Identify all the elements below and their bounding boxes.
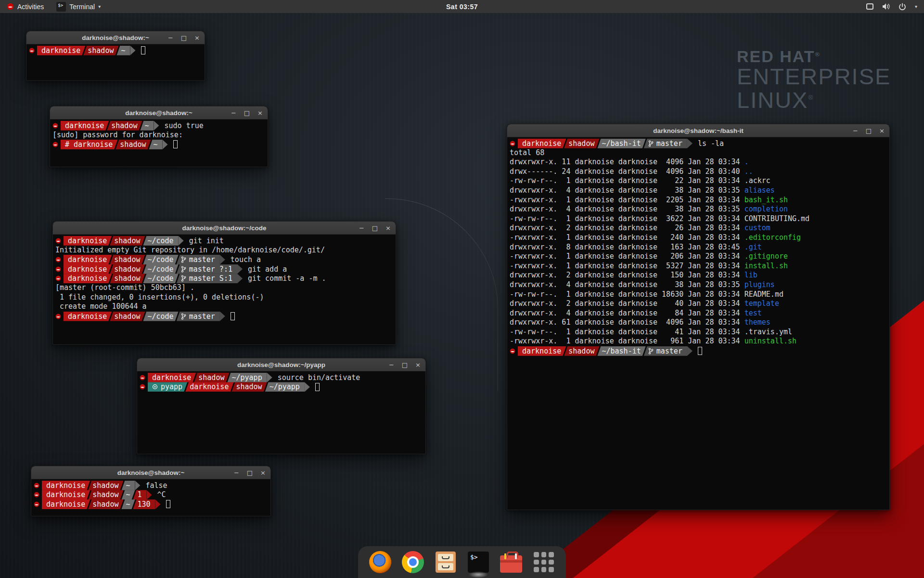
power-icon[interactable] — [898, 2, 907, 11]
maximize-button[interactable]: □ — [866, 128, 872, 134]
minimize-button[interactable]: − — [234, 470, 239, 476]
prompt-segment-host: shadow — [194, 373, 229, 382]
window-titlebar[interactable]: darknoise@shadow:~ − □ × — [26, 31, 205, 44]
terminal-content[interactable]: darknoiseshadow~sudo true[sudo] password… — [50, 119, 268, 151]
minimize-button[interactable]: − — [853, 128, 858, 134]
terminal-window[interactable]: darknoise@shadow:~/code − □ × darknoises… — [52, 221, 396, 345]
maximize-button[interactable]: □ — [181, 35, 187, 41]
file-list-row: -rwxrwxr-x. 1 darknoise darknoise 961 Ja… — [510, 337, 887, 346]
prompt-segment-path: ~/pyapp — [265, 382, 305, 392]
prompt-segment-user: darknoise — [518, 139, 566, 148]
window-titlebar[interactable]: darknoise@shadow:~ − □ × — [50, 106, 268, 119]
chevron-down-icon[interactable]: ▾ — [915, 4, 917, 9]
minimize-button[interactable]: − — [168, 35, 173, 41]
terminal-window[interactable]: darknoise@shadow:~ − □ × darknoiseshadow… — [50, 106, 268, 167]
close-button[interactable]: × — [194, 35, 200, 41]
close-button[interactable]: × — [260, 470, 266, 476]
terminal-output-line: [master (root-commit) 50bcb63] . — [55, 283, 393, 293]
prompt-segment-path: ~ — [116, 46, 130, 55]
redhat-prompt-icon — [140, 375, 148, 381]
terminal-icon: $> — [468, 552, 489, 573]
prompt-segment-path: ~ — [121, 490, 135, 499]
dock-item-app-grid[interactable] — [532, 551, 555, 574]
terminal-content[interactable]: darknoiseshadow~/bash-itmasterls -latota… — [507, 137, 889, 357]
prompt-segment-path: ~/code — [143, 312, 178, 321]
terminal-content[interactable]: darknoiseshadow~falsedarknoiseshadow~1^C… — [31, 479, 270, 511]
close-button[interactable]: × — [879, 128, 885, 134]
activities-button[interactable]: Activities — [0, 0, 51, 13]
command-text: git add a — [243, 265, 287, 274]
dock-item-firefox[interactable] — [369, 551, 392, 574]
terminal-content[interactable]: darknoiseshadow~/codegit initInitialized… — [53, 235, 396, 322]
command-text: git commit -a -m . — [243, 274, 326, 283]
window-titlebar[interactable]: darknoise@shadow:~/bash-it − □ × — [507, 124, 889, 137]
git-branch-icon — [648, 140, 654, 147]
prompt-arrow-icon — [135, 481, 141, 490]
dock-item-files[interactable] — [434, 551, 457, 574]
prompt-segment-host: shadow — [564, 346, 599, 356]
prompt-segment-text: shadow — [114, 236, 140, 245]
prompt-segment-user: darknoise — [42, 490, 90, 499]
prompt-segment-host: shadow — [107, 121, 142, 131]
screen-share-icon[interactable] — [866, 2, 874, 11]
command-text: sudo true — [159, 121, 204, 130]
prompt-segment-host: shadow — [110, 255, 145, 264]
prompt-line: darknoiseshadow~/pyappsource bin/activat… — [140, 373, 423, 382]
terminal-content[interactable]: darknoiseshadow~/pyappsource bin/activat… — [137, 371, 425, 393]
dock-item-chrome[interactable] — [401, 551, 424, 574]
activities-label: Activities — [17, 3, 44, 11]
dock-item-toolbox[interactable] — [500, 551, 523, 574]
window-titlebar[interactable]: darknoise@shadow:~ − □ × — [31, 466, 270, 479]
file-meta: drwxrwxr-x. 4 darknoise darknoise 84 Jan… — [510, 309, 744, 317]
close-button[interactable]: × — [257, 110, 263, 116]
prompt-segment-text: master — [656, 347, 682, 355]
close-button[interactable]: × — [385, 225, 391, 231]
window-titlebar[interactable]: darknoise@shadow:~/pyapp − □ × — [137, 358, 425, 371]
prompt-segment-git: master — [177, 255, 220, 264]
volume-icon[interactable] — [882, 2, 890, 11]
terminal-window[interactable]: darknoise@shadow:~/bash-it − □ × darknoi… — [507, 124, 890, 510]
file-name: CONTRIBUTING.md — [744, 214, 809, 223]
minimize-button[interactable]: − — [359, 225, 364, 231]
registered-mark: ® — [815, 51, 821, 58]
prompt-arrow-icon — [147, 490, 152, 499]
app-menu-terminal[interactable]: $> Terminal ▾ — [51, 0, 106, 13]
terminal-window[interactable]: darknoise@shadow:~/pyapp − □ × darknoise… — [137, 358, 426, 454]
close-button[interactable]: × — [415, 362, 421, 368]
prompt-segment-text: ~/pyapp — [270, 382, 300, 391]
maximize-button[interactable]: □ — [402, 362, 408, 368]
prompt-segment-text: ~/code — [147, 236, 173, 245]
minimize-button[interactable]: − — [231, 110, 236, 116]
file-meta: drwxrwxr-x. 4 darknoise darknoise 38 Jan… — [510, 205, 744, 213]
maximize-button[interactable]: □ — [372, 225, 378, 231]
prompt-segment-text: shadow — [114, 312, 140, 321]
prompt-arrow-icon — [237, 274, 243, 283]
prompt-segment-text: darknoise — [152, 373, 191, 382]
window-titlebar[interactable]: darknoise@shadow:~/code − □ × — [53, 222, 396, 235]
maximize-button[interactable]: □ — [247, 470, 253, 476]
prompt-line: darknoiseshadow~1^C — [34, 490, 268, 500]
file-name: completion — [744, 205, 788, 213]
prompt-line: darknoiseshadow~false — [34, 481, 268, 490]
terminal-output-line: create mode 100644 a — [55, 302, 393, 312]
firefox-icon — [369, 551, 391, 573]
prompt-segment-text: master — [656, 139, 682, 148]
file-meta: -rwxrwxr-x. 1 darknoise darknoise 206 Ja… — [510, 252, 744, 261]
dock-item-terminal[interactable]: $> — [467, 551, 490, 574]
maximize-button[interactable]: □ — [244, 110, 250, 116]
file-name: .git — [744, 243, 762, 251]
prompt-segment-text: darknoise — [68, 274, 107, 283]
terminal-output-line: Initialized empty Git repository in /hom… — [55, 246, 393, 255]
terminal-window[interactable]: darknoise@shadow:~ − □ × darknoiseshadow… — [31, 466, 271, 516]
clock[interactable]: Sat 03:57 — [446, 3, 478, 11]
terminal-cursor — [315, 383, 320, 391]
prompt-segment-host: shadow — [88, 481, 123, 490]
file-list-row: drwxrwxr-x. 2 darknoise darknoise 150 Ja… — [510, 271, 887, 280]
minimize-button[interactable]: − — [389, 362, 394, 368]
terminal-content[interactable]: darknoiseshadow~ — [26, 44, 205, 57]
terminal-cursor — [698, 347, 702, 355]
prompt-segment-user: darknoise — [42, 499, 90, 509]
redhat-prompt-icon — [52, 123, 61, 129]
prompt-arrow-icon — [179, 236, 184, 246]
terminal-window[interactable]: darknoise@shadow:~ − □ × darknoiseshadow… — [26, 31, 205, 81]
